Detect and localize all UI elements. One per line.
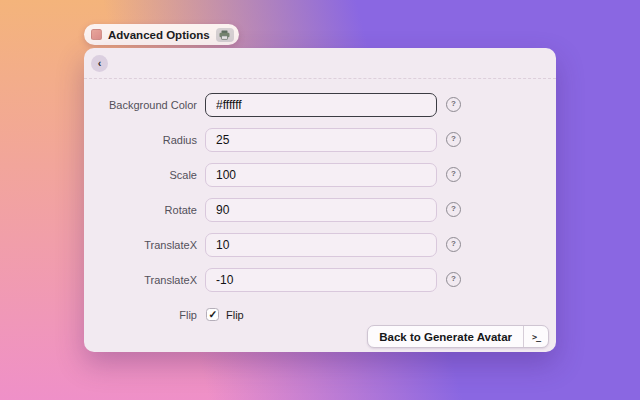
flip-checkbox-group: Flip [206,308,244,321]
desktop-background: Advanced Options ‹ Background Color ? Ra… [0,0,640,400]
rotate-input[interactable] [205,198,437,222]
panel-header: ‹ [84,48,556,79]
help-icon[interactable]: ? [446,132,461,147]
field-row-background-color: Background Color ? [84,87,556,122]
field-label: TranslateX [84,274,197,286]
field-label: Flip [84,309,197,321]
help-icon[interactable]: ? [446,202,461,217]
help-icon[interactable]: ? [446,272,461,287]
field-row-translatex-2: TranslateX ? [84,262,556,297]
field-label: Radius [84,134,197,146]
options-form: Background Color ? Radius ? Scale ? Rota… [84,79,556,332]
flip-checkbox[interactable] [206,308,219,321]
background-color-input[interactable] [205,93,437,117]
help-icon[interactable]: ? [446,237,461,252]
scale-input[interactable] [205,163,437,187]
field-row-translatex: TranslateX ? [84,227,556,262]
terminal-prompt-icon: >_ [532,332,540,342]
field-row-radius: Radius ? [84,122,556,157]
field-label: TranslateX [84,239,197,251]
field-row-scale: Scale ? [84,157,556,192]
back-button[interactable]: ‹ [91,55,108,72]
help-icon[interactable]: ? [446,97,461,112]
advanced-options-panel: ‹ Background Color ? Radius ? Scale ? Ro… [84,48,556,352]
footer-split-button: Back to Generate Avatar >_ [367,325,549,348]
translatex-input[interactable] [205,233,437,257]
field-label: Scale [84,169,197,181]
panel-footer: Back to Generate Avatar >_ [367,325,549,348]
field-row-rotate: Rotate ? [84,192,556,227]
printer-icon[interactable] [216,28,234,42]
chevron-left-icon: ‹ [98,58,102,69]
field-label: Background Color [84,99,197,111]
radius-input[interactable] [205,128,437,152]
terminal-button[interactable]: >_ [523,326,548,347]
back-to-generate-avatar-button[interactable]: Back to Generate Avatar [368,326,523,347]
advanced-options-tab[interactable]: Advanced Options [84,24,239,45]
field-label: Rotate [84,204,197,216]
avatar-swatch-icon [91,29,102,40]
help-icon[interactable]: ? [446,167,461,182]
flip-checkbox-label: Flip [226,309,244,321]
translatex-2-input[interactable] [205,268,437,292]
advanced-options-label: Advanced Options [108,29,210,41]
